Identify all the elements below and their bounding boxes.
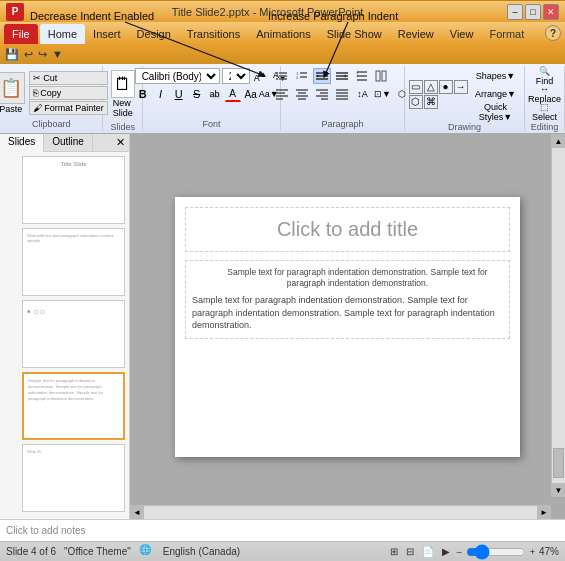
horizontal-scrollbar[interactable]: ◄ ► xyxy=(130,505,551,519)
zoom-plus[interactable]: + xyxy=(530,547,535,557)
slide-thumbnail-5[interactable]: Slide #5 xyxy=(22,444,125,512)
tab-design[interactable]: Design xyxy=(129,24,179,44)
slide-thumbnail-2[interactable]: Slide with text and paragraph indentatio… xyxy=(22,228,125,296)
copy-button[interactable]: ⎘ Copy xyxy=(29,86,108,100)
reading-view-button[interactable]: 📄 xyxy=(419,545,437,558)
help-button[interactable]: ? xyxy=(545,25,561,41)
zoom-slider[interactable] xyxy=(466,548,526,556)
shadow-button[interactable]: ab xyxy=(207,86,223,102)
shape-item[interactable]: ▭ xyxy=(409,80,423,94)
editing-label: Editing xyxy=(531,120,559,132)
slide-thumbnail-4[interactable]: Sample text for paragraph indentation de… xyxy=(22,372,125,440)
svg-text:2.: 2. xyxy=(296,75,299,80)
text-direction-button[interactable]: ↕A xyxy=(353,86,371,102)
slide-content-area[interactable]: Sample text for paragraph indentation de… xyxy=(185,260,510,340)
numbered-list-button[interactable]: 1.2. xyxy=(293,68,311,84)
qat-undo[interactable]: ↩ xyxy=(23,47,34,62)
tab-home[interactable]: Home xyxy=(40,24,85,44)
slideshow-button[interactable]: ▶ xyxy=(439,545,453,558)
shape-item[interactable]: → xyxy=(454,80,468,94)
close-panel-button[interactable]: ✕ xyxy=(112,134,129,151)
qat-dropdown[interactable]: ▼ xyxy=(51,47,64,61)
panel-tabs: Slides Outline ✕ xyxy=(0,134,129,152)
slide-thumbnail-1[interactable]: Title Slide xyxy=(22,156,125,224)
italic-button[interactable]: I xyxy=(153,86,169,102)
format-painter-button[interactable]: 🖌 Format Painter xyxy=(29,101,108,115)
panel-tab-outline[interactable]: Outline xyxy=(44,134,93,151)
slide-title-placeholder[interactable]: Click to add title xyxy=(185,207,510,252)
scroll-up[interactable]: ▲ xyxy=(552,134,565,148)
notes-bar[interactable]: Click to add notes xyxy=(0,519,565,541)
status-right: ⊞ ⊟ 📄 ▶ – + 47% xyxy=(387,545,559,558)
slide-item-2: 2 Slide with text and paragraph indentat… xyxy=(0,228,129,296)
underline-button[interactable]: U xyxy=(171,86,187,102)
slides-label: Slides xyxy=(111,120,136,132)
qat-redo[interactable]: ↪ xyxy=(37,47,48,62)
select-button[interactable]: ⬚ Select xyxy=(536,104,554,120)
zoom-minus[interactable]: – xyxy=(457,547,462,557)
minimize-button[interactable]: – xyxy=(507,4,523,20)
shape-item[interactable]: ⬡ xyxy=(409,95,423,109)
quick-access-toolbar: 💾 ↩ ↪ ▼ xyxy=(0,44,565,64)
tab-file[interactable]: File xyxy=(4,24,38,44)
scroll-thumb[interactable] xyxy=(553,448,564,478)
replace-button[interactable]: ↔ Replace xyxy=(536,86,554,102)
slide-canvas: Click to add title Sample text for parag… xyxy=(175,197,520,457)
panel-tab-slides[interactable]: Slides xyxy=(0,134,44,152)
paste-button[interactable]: 📋 Paste xyxy=(0,70,27,116)
bullets-button[interactable] xyxy=(273,68,291,84)
tab-insert[interactable]: Insert xyxy=(85,24,129,44)
scroll-left[interactable]: ◄ xyxy=(130,506,144,519)
tab-view[interactable]: View xyxy=(442,24,482,44)
increase-font-button[interactable]: A▲ xyxy=(252,69,269,84)
find-button[interactable]: 🔍 Find xyxy=(536,68,554,84)
tab-animations[interactable]: Animations xyxy=(248,24,318,44)
theme-info: "Office Theme" xyxy=(64,546,131,557)
tab-slide-show[interactable]: Slide Show xyxy=(319,24,390,44)
font-color-button[interactable]: A xyxy=(225,86,241,102)
line-spacing-button[interactable]: ↕ xyxy=(353,68,371,84)
slide-sorter-button[interactable]: ⊟ xyxy=(403,545,417,558)
slide-panel: Slides Outline ✕ 1 Title Slide 2 Slide w… xyxy=(0,134,130,519)
quick-styles-button[interactable]: Quick Styles▼ xyxy=(471,104,521,120)
align-text-button[interactable]: ⊡▼ xyxy=(373,86,391,102)
scroll-down[interactable]: ▼ xyxy=(552,483,565,497)
align-center-button[interactable] xyxy=(293,86,311,102)
font-family-select[interactable]: Calibri (Body) xyxy=(135,68,220,84)
shape-item[interactable]: △ xyxy=(424,80,438,94)
close-button[interactable]: ✕ xyxy=(543,4,559,20)
title-bar: P Title Slide2.pptx - Microsoft PowerPoi… xyxy=(0,0,565,22)
tab-transitions[interactable]: Transitions xyxy=(179,24,248,44)
qat-save[interactable]: 💾 xyxy=(4,47,20,62)
scroll-right[interactable]: ► xyxy=(537,506,551,519)
restore-button[interactable]: □ xyxy=(525,4,541,20)
increase-indent-button[interactable] xyxy=(333,68,351,84)
strikethrough-button[interactable]: S xyxy=(189,86,205,102)
bold-button[interactable]: B xyxy=(135,86,151,102)
slide-item-1: 1 Title Slide xyxy=(0,156,129,224)
tab-format[interactable]: Format xyxy=(481,24,532,44)
shape-item[interactable]: ● xyxy=(439,80,453,94)
font-size-select[interactable]: 24 xyxy=(222,68,250,84)
vertical-scrollbar[interactable]: ▲ ▼ xyxy=(551,134,565,497)
thumb-body-4: Sample text for paragraph indentation de… xyxy=(28,378,119,402)
shapes-button[interactable]: Shapes▼ xyxy=(471,68,521,84)
align-left-button[interactable] xyxy=(273,86,291,102)
decrease-indent-button[interactable] xyxy=(313,68,331,84)
svg-marker-17 xyxy=(343,75,346,78)
arrange-button[interactable]: Arrange▼ xyxy=(471,86,521,102)
zoom-level[interactable]: 47% xyxy=(539,546,559,557)
character-spacing-button[interactable]: Aa xyxy=(243,86,259,102)
normal-view-button[interactable]: ⊞ xyxy=(387,545,401,558)
new-slide-button[interactable]: 🗒 NewSlide xyxy=(109,68,137,120)
view-buttons: ⊞ ⊟ 📄 ▶ xyxy=(387,545,453,558)
justify-button[interactable] xyxy=(333,86,351,102)
cut-button[interactable]: ✂ Cut xyxy=(29,71,108,85)
slide-thumbnail-3[interactable]: • ○○ xyxy=(22,300,125,368)
shape-item[interactable]: ⌘ xyxy=(424,95,438,109)
ribbon-group-editing: 🔍 Find ↔ Replace ⬚ Select Editing xyxy=(525,66,565,131)
tab-review[interactable]: Review xyxy=(390,24,442,44)
thumb-body-5: Slide #5 xyxy=(27,449,120,454)
columns-button[interactable] xyxy=(373,68,391,84)
align-right-button[interactable] xyxy=(313,86,331,102)
